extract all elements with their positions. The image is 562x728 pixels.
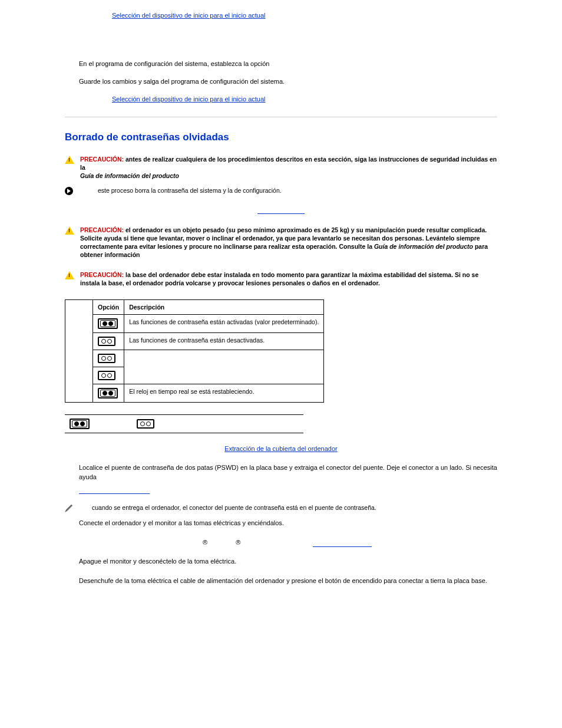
caution-text-1: antes de realizar cualquiera de los proc… (80, 156, 497, 171)
caution-icon (65, 271, 74, 279)
step-registered: ® ® (79, 538, 497, 548)
link-boot-selection-1[interactable]: Selección del dispositivo de inicio para… (112, 12, 265, 19)
registered-mark-1: ® (203, 539, 207, 546)
step-unplug: Desenchufe de la toma eléctrica el cable… (79, 576, 497, 586)
caution-text-3: la base del ordenador debe estar instala… (80, 271, 478, 286)
link-boot-selection-2[interactable]: Selección del dispositivo de inicio para… (112, 95, 265, 103)
note-text: cuando se entrega el ordenador, el conec… (92, 504, 376, 511)
notice-icon (65, 187, 73, 195)
link-placeholder-2[interactable] (79, 487, 150, 494)
cell-opt-closed (93, 314, 124, 332)
jumper-open-icon (98, 337, 115, 346)
jumper-open-icon (98, 371, 115, 380)
step-off-monitor: Apague el monitor y desconéctelo de la t… (79, 556, 497, 566)
step-connect: Conecte el ordenador y el monitor a las … (79, 518, 497, 528)
jumper-open-icon (98, 354, 115, 363)
jumper-closed-icon (70, 419, 90, 429)
text-save-exit: Guarde los cambios y salga del programa … (79, 78, 497, 85)
step-locate-jumper: Localice el puente de contraseña de dos … (79, 463, 497, 495)
cell-desc-empty (124, 350, 324, 384)
divider (65, 117, 497, 117)
cell-desc-3: El reloj en tiempo real se está restable… (124, 384, 324, 402)
cell-desc-2: Las funciones de contraseña están desact… (124, 332, 324, 350)
notice-text: este proceso borra la contraseña del sis… (98, 187, 282, 194)
caution-block-2: PRECAUCIÓN: el ordenador es un objeto pe… (65, 226, 497, 259)
caution-label: PRECAUCIÓN: (80, 226, 125, 233)
jumper-table: Opción Descripción Las funciones de cont… (65, 299, 324, 403)
link-remove-cover[interactable]: Extracción de la cubierta del ordenador (224, 445, 337, 452)
cell-opt-open-2 (93, 350, 124, 367)
section-title: Borrado de contraseñas olvidadas (65, 131, 497, 143)
caution-icon (65, 226, 74, 235)
link-placeholder-3[interactable] (313, 541, 372, 547)
caution-label: PRECAUCIÓN: (80, 271, 125, 278)
caution-block-3: PRECAUCIÓN: la base del ordenador debe e… (65, 271, 497, 287)
cell-opt-open (93, 332, 124, 350)
caution-label: PRECAUCIÓN: (80, 156, 125, 163)
jumper-closed-icon (98, 318, 118, 329)
th-option: Opción (93, 299, 124, 314)
notice-block: este proceso borra la contraseña del sis… (65, 186, 497, 195)
table-blank (65, 299, 93, 402)
caution-block-1: PRECAUCIÓN: antes de realizar cualquiera… (65, 155, 497, 180)
link-placeholder-1[interactable] (257, 207, 305, 214)
th-description: Descripción (124, 299, 324, 314)
jumper-open-icon (137, 419, 154, 429)
caution-icon (65, 156, 74, 164)
caution-em-1: Guía de información del producto (80, 172, 179, 179)
jumper-legend (65, 414, 303, 433)
caution-em-2: Guía de información del producto (374, 243, 473, 250)
cell-opt-closed-2 (93, 384, 124, 402)
jumper-closed-icon (98, 388, 118, 398)
note-block: cuando se entrega el ordenador, el conec… (65, 503, 497, 512)
cell-desc-1: Las funciones de contraseña están activa… (124, 314, 324, 332)
cell-opt-open-3 (93, 367, 124, 384)
step-locate-text: Localice el puente de contraseña de dos … (79, 464, 497, 481)
note-icon (65, 504, 73, 512)
registered-mark-2: ® (236, 539, 240, 546)
text-set-option: En el programa de configuración del sist… (79, 60, 497, 67)
